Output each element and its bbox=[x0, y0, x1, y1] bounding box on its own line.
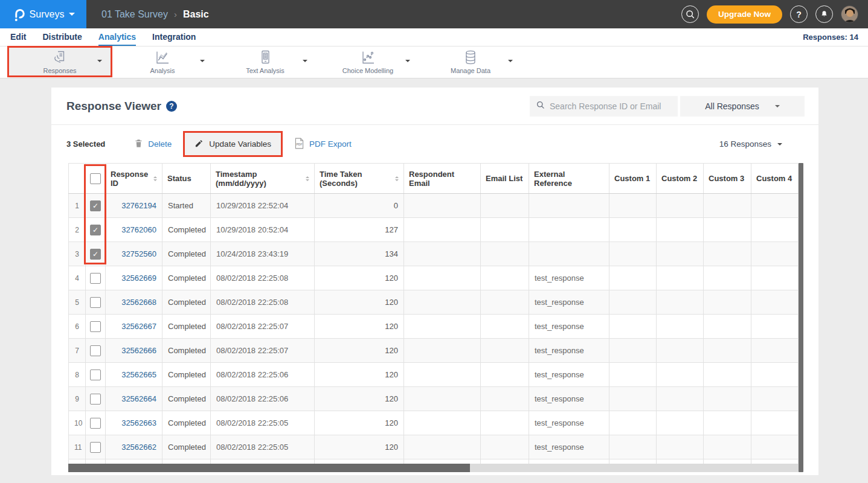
responses-table-container: Response IDStatusTimestamp (mm/dd/yyyy)T… bbox=[68, 163, 803, 472]
external_reference-cell: test_response bbox=[529, 315, 609, 339]
response-id-link[interactable]: 32562663 bbox=[121, 418, 156, 427]
pdf-export-button[interactable]: PDF PDF Export bbox=[294, 138, 352, 151]
column-header-custom_4: Custom 4 bbox=[751, 164, 799, 194]
breadcrumb-survey-name[interactable]: 01 Take Survey bbox=[101, 9, 168, 20]
checkbox-cell bbox=[86, 290, 106, 315]
toolbar-item-choice-modelling[interactable]: Choice Modelling bbox=[317, 48, 419, 75]
row-checkbox[interactable] bbox=[90, 394, 101, 405]
response-id-link[interactable]: 32762194 bbox=[121, 201, 156, 210]
horizontal-scrollbar-track[interactable] bbox=[68, 464, 799, 472]
toolbar-item-manage-data[interactable]: Manage Data bbox=[420, 48, 521, 75]
search-input[interactable] bbox=[550, 101, 672, 111]
response-id-cell: 32562663 bbox=[106, 411, 162, 435]
vertical-scrollbar[interactable] bbox=[799, 163, 803, 472]
custom_1-cell bbox=[609, 290, 657, 315]
chevron-down-icon bbox=[777, 143, 782, 148]
row-number: 5 bbox=[69, 290, 86, 315]
external_reference-cell: test_response bbox=[529, 266, 609, 290]
timestamp-cell: 10/24/2018 23:43:19 bbox=[211, 242, 315, 266]
checkbox-cell bbox=[86, 435, 106, 459]
row-checkbox[interactable] bbox=[90, 418, 101, 429]
breadcrumb: 01 Take Survey › Basic bbox=[86, 0, 209, 28]
row-checkbox[interactable]: ✓ bbox=[90, 225, 101, 235]
custom_2-cell bbox=[657, 242, 704, 266]
chevron-down-icon[interactable] bbox=[303, 60, 307, 65]
selected-count: 3 Selected bbox=[66, 139, 105, 149]
response-id-link[interactable]: 32562662 bbox=[121, 443, 156, 452]
custom_4-cell bbox=[751, 363, 799, 387]
response-id-link[interactable]: 32562669 bbox=[121, 273, 156, 283]
response-id-cell: 32562662 bbox=[106, 435, 162, 459]
responses-count-dropdown[interactable]: 16 Responses bbox=[719, 139, 782, 149]
status-cell: Completed bbox=[162, 339, 211, 363]
help-icon[interactable]: ? bbox=[166, 101, 177, 112]
response-id-link[interactable]: 32562667 bbox=[121, 322, 156, 331]
time_taken-cell: 127 bbox=[315, 218, 404, 242]
row-checkbox[interactable] bbox=[90, 273, 101, 284]
breadcrumb-page-name: Basic bbox=[183, 9, 209, 20]
table-row: 732562666Completed08/02/2018 22:25:07120… bbox=[69, 339, 799, 363]
row-checkbox[interactable] bbox=[90, 321, 101, 332]
email_list-cell bbox=[481, 315, 529, 339]
chevron-down-icon[interactable] bbox=[405, 60, 410, 65]
toolbar-item-responses[interactable]: Responses bbox=[9, 48, 111, 75]
external_reference-cell bbox=[529, 194, 609, 218]
response-id-link[interactable]: 32562666 bbox=[121, 346, 156, 355]
column-header-timestamp[interactable]: Timestamp (mm/dd/yyyy) bbox=[211, 164, 315, 194]
response-id-link[interactable]: 32562665 bbox=[121, 370, 156, 379]
response-id-link[interactable]: 32562664 bbox=[121, 394, 156, 403]
delete-button[interactable]: Delete bbox=[134, 138, 172, 150]
custom_1-cell bbox=[609, 363, 657, 387]
column-header-label: Custom 1 bbox=[614, 174, 650, 183]
row-checkbox[interactable]: ✓ bbox=[90, 200, 101, 211]
custom_4-cell bbox=[751, 411, 799, 435]
tab-edit[interactable]: Edit bbox=[10, 29, 26, 46]
select-all-checkbox[interactable] bbox=[90, 173, 101, 184]
response-id-link[interactable]: 32562668 bbox=[121, 298, 156, 307]
tab-distribute[interactable]: Distribute bbox=[42, 29, 82, 46]
update-variables-button[interactable]: Update Variables bbox=[185, 133, 281, 155]
chevron-down-icon[interactable] bbox=[97, 60, 102, 65]
sort-icon[interactable] bbox=[153, 176, 157, 181]
column-header-time_taken[interactable]: Time Taken (Seconds) bbox=[315, 164, 404, 194]
column-header-checkbox bbox=[86, 164, 106, 194]
avatar[interactable] bbox=[841, 5, 858, 23]
tab-integration[interactable]: Integration bbox=[152, 29, 196, 46]
time_taken-cell: 120 bbox=[315, 266, 404, 290]
upgrade-now-button[interactable]: Upgrade Now bbox=[707, 5, 782, 24]
email_list-cell bbox=[481, 363, 529, 387]
chevron-down-icon[interactable] bbox=[200, 60, 205, 65]
toolbar-item-analysis[interactable]: Analysis bbox=[112, 48, 213, 75]
custom_3-cell bbox=[704, 435, 751, 459]
brand-menu[interactable]: Surveys bbox=[0, 0, 86, 28]
status-cell: Completed bbox=[162, 435, 211, 459]
response-id-link[interactable]: 32762060 bbox=[121, 225, 156, 234]
column-header-id[interactable]: Response ID bbox=[106, 164, 162, 194]
row-checkbox[interactable]: ✓ bbox=[90, 249, 101, 260]
external_reference-cell: test_response bbox=[529, 290, 609, 315]
email_list-cell bbox=[481, 435, 529, 459]
sort-icon[interactable] bbox=[306, 176, 309, 181]
row-checkbox[interactable] bbox=[90, 442, 101, 453]
horizontal-scrollbar-thumb[interactable] bbox=[68, 464, 470, 472]
sort-icon[interactable] bbox=[395, 176, 399, 181]
help-icon[interactable]: ? bbox=[790, 5, 808, 23]
respondent_email-cell bbox=[404, 218, 481, 242]
row-checkbox[interactable] bbox=[90, 345, 101, 356]
toolbar-item-text-analysis[interactable]: Text Analysis bbox=[214, 48, 316, 75]
respondent_email-cell bbox=[404, 339, 481, 363]
custom_3-cell bbox=[704, 218, 751, 242]
tab-analytics[interactable]: Analytics bbox=[98, 29, 136, 46]
chevron-down-icon[interactable] bbox=[508, 60, 513, 65]
response-id-link[interactable]: 32752560 bbox=[121, 249, 156, 258]
status-cell: Completed bbox=[162, 290, 211, 315]
timestamp-cell: 08/02/2018 22:25:07 bbox=[211, 315, 315, 339]
notifications-bell-icon[interactable] bbox=[815, 5, 833, 23]
search-icon[interactable] bbox=[681, 5, 699, 23]
response-id-cell: 32562666 bbox=[106, 339, 162, 363]
row-checkbox[interactable] bbox=[90, 297, 101, 308]
row-number: 10 bbox=[69, 411, 86, 435]
row-checkbox[interactable] bbox=[90, 369, 101, 380]
custom_3-cell bbox=[704, 242, 751, 266]
response-filter-select[interactable]: All Responses bbox=[680, 96, 805, 117]
